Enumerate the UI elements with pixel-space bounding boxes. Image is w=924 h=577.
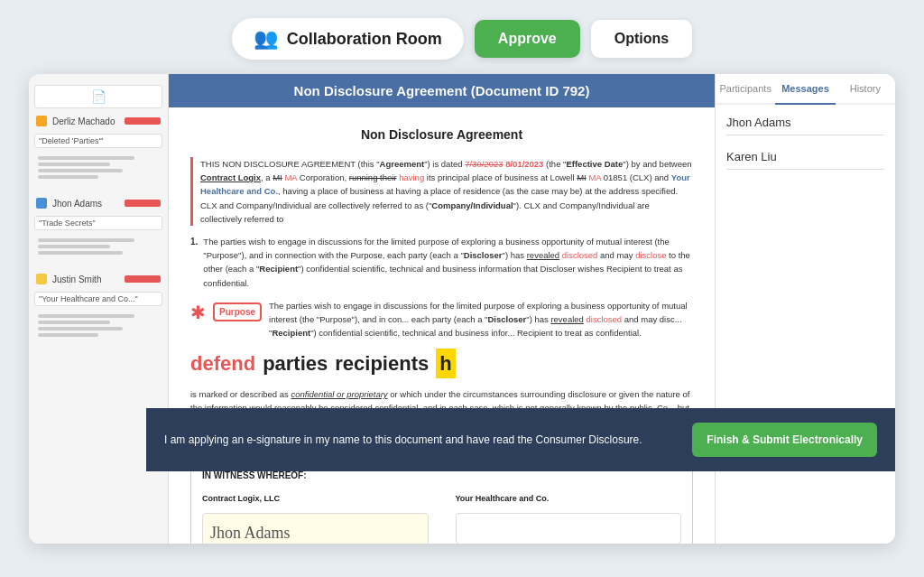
- sidebar-line: [38, 251, 123, 255]
- doc-purpose-section: ✱ Purpose The parties wish to engage in …: [190, 299, 693, 340]
- participant-name-jhon: Jhon Adams: [726, 116, 884, 129]
- user-name-derliz: Derliz Machado: [52, 116, 115, 126]
- witness-col-left: Contract Logix, LLC Jhon Adams Signature…: [202, 493, 429, 544]
- left-sidebar: 📄 Derliz Machado "Deleted 'Parties'" Jho…: [29, 74, 169, 544]
- annotation-bar-justin: [125, 275, 161, 283]
- participant-karen: Karen Liu: [726, 150, 884, 170]
- doc-big-highlight: defend parties recipients h: [190, 349, 693, 378]
- sidebar-user-justin: Justin Smith "Your Healthcare and Co...": [34, 270, 162, 341]
- sidebar-line: [38, 321, 110, 324]
- top-bar: 👥 Collaboration Room Approve Options: [18, 18, 906, 60]
- big-text-defend: defend: [190, 349, 255, 378]
- sidebar-line: [38, 327, 123, 330]
- star-marker: ✱: [190, 299, 206, 326]
- user-dot-orange: [36, 116, 47, 126]
- main-area: 📄 Derliz Machado "Deleted 'Parties'" Jho…: [29, 74, 895, 544]
- purpose-box: Purpose: [213, 302, 262, 321]
- tab-messages[interactable]: Messages: [775, 74, 835, 103]
- doc-paragraph-list1: The parties wish to engage in discussion…: [203, 235, 693, 290]
- user-dot-yellow: [36, 274, 47, 284]
- collab-room-label: Collaboration Room: [287, 30, 442, 49]
- big-text-h: h: [436, 349, 455, 378]
- approve-button[interactable]: Approve: [475, 20, 580, 58]
- big-text-parties: parties: [263, 349, 328, 378]
- right-panel: Participants Messages History Jhon Adams…: [715, 74, 895, 544]
- signature-area-left[interactable]: Jhon Adams: [202, 513, 429, 544]
- user-name-jhon: Jhon Adams: [52, 199, 102, 209]
- doc-main-title: Non Disclosure Agreement: [190, 126, 693, 144]
- right-panel-content: Jhon Adams Karen Liu: [716, 105, 895, 544]
- participant-divider-karen: [726, 169, 884, 170]
- doc-title-bar: Non Disclosure Agreement (Document ID 79…: [169, 74, 715, 107]
- doc-paragraph-purpose: The parties wish to engage in discussion…: [269, 299, 693, 340]
- annotation-jhon[interactable]: "Trade Secrets": [34, 216, 162, 230]
- witness-col-right: Your Healthcare and Co. Signature Date P…: [456, 493, 682, 544]
- document-area: Non Disclosure Agreement (Document ID 79…: [169, 74, 715, 544]
- annotation-justin[interactable]: "Your Healthcare and Co...": [34, 292, 162, 306]
- esig-overlay: I am applying an e-signature in my name …: [146, 408, 895, 471]
- sidebar-user-derliz: Derliz Machado "Deleted 'Parties'": [34, 112, 162, 183]
- sidebar-user-jhon: Jhon Adams "Trade Secrets": [34, 194, 162, 259]
- witness-cols: Contract Logix, LLC Jhon Adams Signature…: [202, 493, 681, 544]
- sidebar-line: [38, 238, 134, 242]
- sidebar-line: [38, 169, 123, 172]
- company-right: Your Healthcare and Co.: [456, 493, 682, 506]
- user-dot-blue: [36, 198, 47, 209]
- doc-icon: 📄: [34, 85, 162, 108]
- collab-room-pill: 👥 Collaboration Room: [232, 18, 464, 60]
- doc-opening-section: THIS NON DISCLOSURE AGREEMENT (this "Agr…: [190, 157, 693, 226]
- collab-icon: 👥: [254, 27, 278, 51]
- signature-cursive: Jhon Adams: [210, 524, 291, 542]
- doc-content[interactable]: Non Disclosure Agreement THIS NON DISCLO…: [169, 107, 715, 544]
- finish-submit-button[interactable]: Finish & Submit Electronically: [692, 423, 877, 457]
- sidebar-line: [38, 175, 98, 179]
- doc-paragraph-1: THIS NON DISCLOSURE AGREEMENT (this "Agr…: [200, 157, 693, 226]
- right-tabs: Participants Messages History: [716, 74, 895, 105]
- options-button[interactable]: Options: [591, 20, 692, 58]
- tab-history[interactable]: History: [836, 74, 895, 103]
- tab-participants[interactable]: Participants: [716, 74, 775, 103]
- annotation-derliz[interactable]: "Deleted 'Parties'": [34, 134, 162, 148]
- doc-list-item-1: 1. The parties wish to engage in discuss…: [190, 235, 693, 290]
- sidebar-line: [38, 245, 110, 248]
- big-text-recipients: recipients: [335, 349, 429, 378]
- participant-divider-jhon: [726, 135, 884, 135]
- sidebar-line: [38, 333, 98, 337]
- sidebar-line: [38, 156, 134, 160]
- company-left: Contract Logix, LLC: [202, 493, 429, 506]
- participant-name-karen: Karen Liu: [726, 150, 884, 163]
- user-name-justin: Justin Smith: [52, 275, 101, 284]
- esig-text: I am applying an e-signature in my name …: [164, 432, 678, 448]
- participant-jhon: Jhon Adams: [726, 116, 884, 135]
- sidebar-line: [38, 163, 110, 166]
- annotation-bar-derliz: [125, 117, 161, 125]
- sidebar-line: [38, 314, 134, 318]
- signature-area-right[interactable]: [456, 513, 682, 544]
- annotation-bar-jhon: [125, 200, 161, 207]
